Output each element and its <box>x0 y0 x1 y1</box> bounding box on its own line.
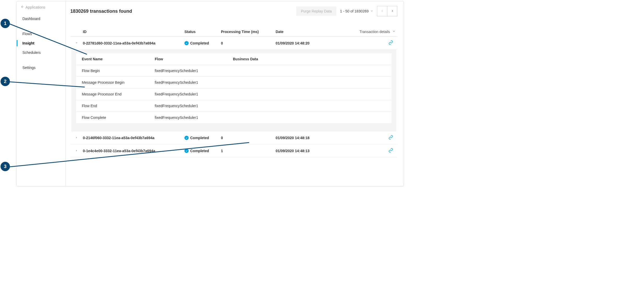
callout-badge-2: 2 <box>1 77 10 86</box>
event-row: Flow Complete fixedFrequencyScheduler1 <box>76 112 392 123</box>
status-label: Completed <box>190 149 209 153</box>
cell-flow: fixedFrequencyScheduler1 <box>155 92 233 96</box>
cell-event-name: Flow End <box>82 104 155 108</box>
pagination-range[interactable]: 1 - 50 of 1830269 <box>340 9 373 13</box>
event-row: Flow End fixedFrequencyScheduler1 <box>76 100 392 112</box>
transaction-link-button[interactable] <box>388 148 393 153</box>
col-header-status: Status <box>184 30 221 34</box>
cell-event-name: Message Processor Begin <box>82 80 155 85</box>
table-header-row: ID Status Processing Time (ms) Date Tran… <box>70 27 397 37</box>
chevron-left-icon <box>380 9 384 14</box>
back-to-applications[interactable]: Applications <box>17 3 65 14</box>
expand-toggle[interactable] <box>70 136 83 140</box>
sidebar-item-label: Dashboard <box>22 17 40 21</box>
transaction-row[interactable]: 0-2146f060-3332-11ea-a53a-0ef43b7a694a C… <box>70 131 397 144</box>
pager-next-button[interactable] <box>387 6 397 16</box>
event-row: Flow Begin fixedFrequencyScheduler1 <box>76 65 392 77</box>
cell-status: Completed <box>184 136 221 140</box>
pager <box>377 6 397 16</box>
cell-event-name: Message Processor End <box>82 92 155 96</box>
transaction-events-panel: Event Name Flow Business Data Flow Begin… <box>71 50 396 131</box>
col-header-date: Date <box>276 30 330 34</box>
transaction-link-button[interactable] <box>388 40 393 46</box>
pagination-label: 1 - 50 of 1830269 <box>340 9 369 13</box>
expand-toggle[interactable] <box>70 41 83 45</box>
cell-biz <box>233 80 386 85</box>
app-window: Applications Dashboard Flows Insight Sch… <box>16 1 404 186</box>
chevron-down-icon <box>370 9 373 13</box>
caret-right-icon <box>75 136 78 140</box>
event-row: Message Processor Begin fixedFrequencySc… <box>76 77 392 88</box>
cell-flow: fixedFrequencyScheduler1 <box>155 115 233 120</box>
status-completed-icon <box>184 41 189 45</box>
sidebar-item-label: Insight <box>22 41 34 45</box>
cell-ptime: 0 <box>221 41 276 45</box>
caret-right-icon <box>75 149 78 153</box>
cell-ptime: 1 <box>221 149 276 153</box>
page-title: 1830269 transactions found <box>70 9 132 14</box>
main-content: 1830269 transactions found Purge Replay … <box>66 1 404 186</box>
status-label: Completed <box>190 136 209 140</box>
cell-biz <box>233 115 386 120</box>
col-header-ptime: Processing Time (ms) <box>221 30 276 34</box>
cell-flow: fixedFrequencyScheduler1 <box>155 80 233 85</box>
cell-status: Completed <box>184 41 221 45</box>
callout-badge-3: 3 <box>1 162 10 171</box>
sidebar-item-label: Schedulers <box>22 50 41 55</box>
caret-down-icon <box>75 41 78 45</box>
pager-prev-button[interactable] <box>377 6 387 16</box>
events-header-row: Event Name Flow Business Data <box>76 53 392 65</box>
back-label: Applications <box>26 5 45 9</box>
chevron-down-icon <box>392 29 396 34</box>
cell-biz <box>233 69 386 73</box>
sidebar-item-dashboard[interactable]: Dashboard <box>17 14 65 23</box>
sidebar-item-flows[interactable]: Flows <box>17 29 65 38</box>
cell-biz <box>233 92 386 96</box>
callout-badge-1: 1 <box>1 19 10 28</box>
sidebar-item-schedulers[interactable]: Schedulers <box>17 48 65 57</box>
transaction-link-button[interactable] <box>388 135 393 140</box>
transaction-row[interactable]: 0-22781d60-3332-11ea-a53a-0ef43b7a694a C… <box>70 37 397 50</box>
transaction-details-toggle[interactable]: Transaction details <box>360 29 397 34</box>
purge-replay-button[interactable]: Purge Replay Data <box>296 7 336 16</box>
cell-event-name: Flow Begin <box>82 69 155 73</box>
status-completed-icon <box>184 136 189 140</box>
chevron-right-icon <box>391 9 394 14</box>
expand-toggle[interactable] <box>70 149 83 153</box>
cell-ptime: 0 <box>221 136 276 140</box>
cell-flow: fixedFrequencyScheduler1 <box>155 104 233 108</box>
col-header-event: Event Name <box>82 57 155 61</box>
cell-id: 0-2146f060-3332-11ea-a53a-0ef43b7a694a <box>83 136 184 140</box>
cell-flow: fixedFrequencyScheduler1 <box>155 69 233 73</box>
col-header-id: ID <box>83 30 184 34</box>
col-header-flow: Flow <box>155 57 233 61</box>
event-row: Message Processor End fixedFrequencySche… <box>76 88 392 100</box>
cell-date: 01/09/2020 14:48:18 <box>276 136 330 140</box>
arrow-left-icon <box>20 5 26 9</box>
status-label: Completed <box>190 41 209 45</box>
header: 1830269 transactions found Purge Replay … <box>70 6 397 16</box>
cell-date: 01/09/2020 14:48:20 <box>276 41 330 45</box>
sidebar-item-settings[interactable]: Settings <box>17 63 65 72</box>
cell-event-name: Flow Complete <box>82 115 155 120</box>
sidebar-item-label: Settings <box>22 66 36 70</box>
details-label: Transaction details <box>360 30 390 34</box>
cell-biz <box>233 104 386 108</box>
cell-date: 01/09/2020 14:48:13 <box>276 149 330 153</box>
cell-status: Completed <box>184 149 221 153</box>
cell-id: 0-22781d60-3332-11ea-a53a-0ef43b7a694a <box>83 41 184 45</box>
col-header-biz: Business Data <box>233 57 386 61</box>
